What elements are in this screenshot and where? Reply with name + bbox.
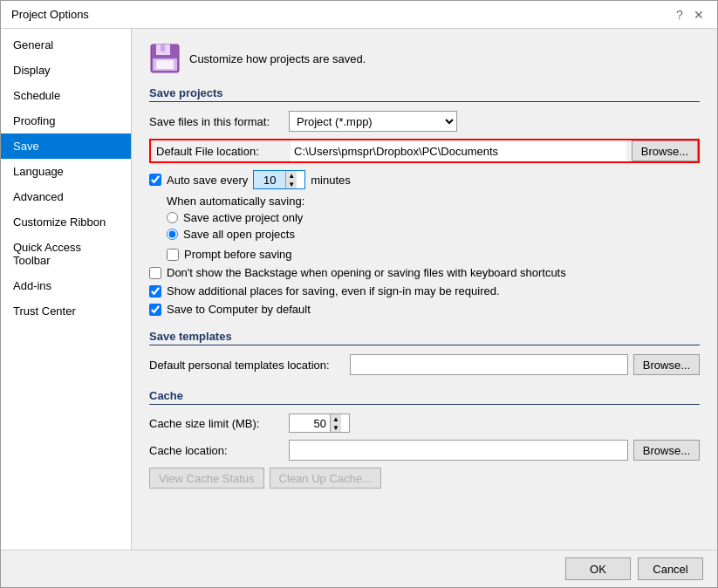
auto-save-checkbox[interactable] xyxy=(149,174,161,186)
cache-spinner-arrows: ▲ ▼ xyxy=(330,414,341,432)
radio-active-row: Save active project only xyxy=(167,211,700,224)
save-templates-heading: Save templates xyxy=(149,330,700,345)
prompt-row: Prompt before saving xyxy=(167,248,700,261)
svg-rect-4 xyxy=(156,60,174,69)
cache-size-up-button[interactable]: ▲ xyxy=(331,414,341,423)
sidebar: General Display Schedule Proofing Save L… xyxy=(1,29,132,550)
save-icon xyxy=(149,43,181,74)
radio-all-label[interactable]: Save all open projects xyxy=(183,228,295,241)
dont-show-row: Don't show the Backstage when opening or… xyxy=(149,266,700,279)
sidebar-item-save[interactable]: Save xyxy=(1,133,131,159)
cache-location-row: Cache location: Browse... xyxy=(149,440,700,461)
save-templates-section: Save templates Default personal template… xyxy=(149,330,700,375)
default-location-row: Default File location: Browse... xyxy=(149,139,700,163)
format-row: Save files in this format: Project (*.mp… xyxy=(149,111,700,132)
cache-location-label: Cache location: xyxy=(149,444,289,457)
help-button[interactable]: ? xyxy=(672,7,687,23)
save-computer-label[interactable]: Save to Computer by default xyxy=(167,303,311,316)
sidebar-item-language[interactable]: Language xyxy=(1,159,131,184)
additional-places-label[interactable]: Show additional places for saving, even … xyxy=(167,284,500,297)
default-location-browse-button[interactable]: Browse... xyxy=(632,140,698,161)
cache-size-down-button[interactable]: ▼ xyxy=(331,423,341,432)
templates-location-row: Default personal templates location: Bro… xyxy=(149,354,700,375)
templates-location-input[interactable] xyxy=(350,354,628,375)
cache-size-spinner: ▲ ▼ xyxy=(289,414,350,433)
additional-places-checkbox[interactable] xyxy=(149,285,161,297)
dialog-footer: OK Cancel xyxy=(1,550,717,587)
main-content: Customize how projects are saved. Save p… xyxy=(132,29,717,550)
save-computer-row: Save to Computer by default xyxy=(149,303,700,316)
title-bar: Project Options ? ✕ xyxy=(1,1,717,29)
header-row: Customize how projects are saved. xyxy=(149,43,700,74)
cache-size-row: Cache size limit (MB): ▲ ▼ xyxy=(149,414,700,433)
cache-size-input[interactable] xyxy=(290,414,330,432)
sidebar-item-quick-access[interactable]: Quick Access Toolbar xyxy=(1,235,131,273)
cache-location-browse-button[interactable]: Browse... xyxy=(633,440,700,461)
section-description: Customize how projects are saved. xyxy=(189,52,366,65)
radio-active-input[interactable] xyxy=(167,212,178,223)
sidebar-item-schedule[interactable]: Schedule xyxy=(1,83,131,108)
auto-save-label[interactable]: Auto save every xyxy=(167,174,248,187)
spinner-down-button[interactable]: ▼ xyxy=(286,180,297,188)
default-location-label: Default File location: xyxy=(151,141,291,161)
cache-section: Cache Cache size limit (MB): ▲ ▼ Cache l… xyxy=(149,389,700,489)
ok-button[interactable]: OK xyxy=(565,557,631,580)
dont-show-checkbox[interactable] xyxy=(149,267,161,279)
default-location-input[interactable] xyxy=(291,140,626,161)
view-cache-status-button[interactable]: View Cache Status xyxy=(149,468,264,489)
cache-size-label: Cache size limit (MB): xyxy=(149,417,289,430)
cancel-button[interactable]: Cancel xyxy=(638,557,703,580)
save-projects-section: Save projects Save files in this format:… xyxy=(149,86,700,316)
radio-group: Save active project only Save all open p… xyxy=(167,211,700,241)
dialog-title: Project Options xyxy=(11,8,89,21)
radio-active-label[interactable]: Save active project only xyxy=(183,211,303,224)
title-bar-buttons: ? ✕ xyxy=(672,7,707,23)
spinner-arrows: ▲ ▼ xyxy=(285,171,297,188)
templates-browse-button[interactable]: Browse... xyxy=(633,354,700,375)
sidebar-item-add-ins[interactable]: Add-ins xyxy=(1,273,131,298)
auto-save-row: Auto save every ▲ ▼ minutes xyxy=(149,170,700,189)
prompt-checkbox[interactable] xyxy=(167,249,179,261)
close-button[interactable]: ✕ xyxy=(691,7,707,23)
sidebar-item-display[interactable]: Display xyxy=(1,58,131,83)
spinner-up-button[interactable]: ▲ xyxy=(286,171,297,180)
save-projects-heading: Save projects xyxy=(149,86,700,102)
format-dropdown[interactable]: Project (*.mpp) Project 2007 (*.mpp) Mic… xyxy=(289,111,457,132)
sidebar-item-advanced[interactable]: Advanced xyxy=(1,184,131,209)
save-computer-checkbox[interactable] xyxy=(149,304,161,316)
auto-save-spinner: ▲ ▼ xyxy=(253,170,305,189)
format-label: Save files in this format: xyxy=(149,115,289,128)
minutes-label: minutes xyxy=(311,174,351,187)
when-saving-label: When automatically saving: xyxy=(167,195,700,208)
cache-location-input[interactable] xyxy=(289,440,628,461)
cache-action-row: View Cache Status Clean Up Cache... xyxy=(149,468,700,489)
dialog-body: General Display Schedule Proofing Save L… xyxy=(1,29,717,550)
clean-up-cache-button[interactable]: Clean Up Cache... xyxy=(270,468,381,489)
additional-places-row: Show additional places for saving, even … xyxy=(149,284,700,297)
sidebar-item-trust-center[interactable]: Trust Center xyxy=(1,298,131,324)
auto-save-value-input[interactable] xyxy=(254,171,285,188)
radio-all-input[interactable] xyxy=(167,229,178,240)
sidebar-item-proofing[interactable]: Proofing xyxy=(1,108,131,133)
prompt-label[interactable]: Prompt before saving xyxy=(184,248,292,261)
dont-show-label[interactable]: Don't show the Backstage when opening or… xyxy=(167,266,566,279)
radio-all-row: Save all open projects xyxy=(167,228,700,241)
templates-label: Default personal templates location: xyxy=(149,359,350,372)
cache-heading: Cache xyxy=(149,389,700,405)
sidebar-item-general[interactable]: General xyxy=(1,32,131,58)
sidebar-item-customize-ribbon[interactable]: Customize Ribbon xyxy=(1,209,131,235)
project-options-dialog: Project Options ? ✕ General Display Sche… xyxy=(0,0,718,588)
svg-rect-2 xyxy=(161,44,165,51)
